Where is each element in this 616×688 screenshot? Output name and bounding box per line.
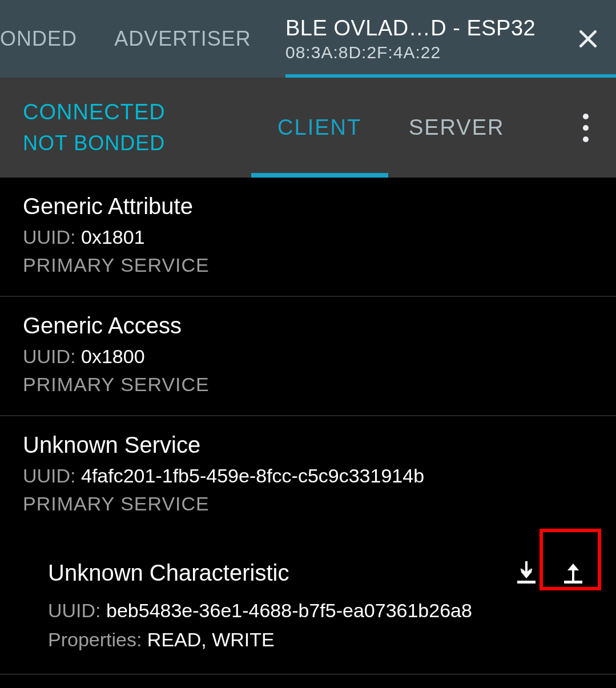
service-uuid-line: UUID: 0x1801 [23, 226, 593, 248]
service-uuid: 0x1800 [81, 345, 145, 367]
svg-rect-3 [517, 581, 536, 584]
tab-client[interactable]: CLIENT [251, 78, 388, 178]
close-device-tab-button[interactable] [577, 28, 599, 50]
more-options-button[interactable] [583, 114, 589, 142]
service-type: PRIMARY SERVICE [23, 373, 593, 396]
gatt-service-list: Generic Attribute UUID: 0x1801 PRIMARY S… [0, 178, 616, 675]
service-name: Generic Access [23, 313, 593, 339]
tab-advertiser[interactable]: ADVERTISER [80, 0, 285, 78]
tab-bonded-label: BONDED [0, 27, 77, 51]
write-characteristic-button[interactable] [553, 553, 593, 593]
more-vertical-icon [583, 114, 589, 119]
upload-icon [559, 559, 587, 586]
device-mac: 08:3A:8D:2F:4A:22 [285, 43, 536, 62]
characteristic-properties-line: Properties: READ, WRITE [48, 629, 593, 651]
service-type: PRIMARY SERVICE [23, 493, 593, 515]
service-name: Unknown Service [23, 432, 593, 458]
connection-state-label: CONNECTED [23, 100, 166, 124]
characteristic-name: Unknown Characteristic [48, 560, 289, 586]
service-uuid-line: UUID: 4fafc201-1fb5-459e-8fcc-c5c9c33191… [23, 465, 593, 487]
characteristic-properties: READ, WRITE [147, 629, 275, 650]
service-uuid: 4fafc201-1fb5-459e-8fcc-c5c9c331914b [81, 465, 424, 486]
characteristic-uuid-line: UUID: beb5483e-36e1-4688-b7f5-ea07361b26… [48, 600, 593, 622]
download-icon [513, 559, 540, 586]
characteristic-item[interactable]: Unknown Characteristic [0, 534, 616, 675]
tab-bonded[interactable]: BONDED [0, 0, 80, 78]
uuid-label: UUID: [23, 345, 81, 367]
service-item[interactable]: Generic Access UUID: 0x1800 PRIMARY SERV… [0, 297, 616, 416]
service-uuid-line: UUID: 0x1800 [23, 345, 593, 368]
tab-client-label: CLIENT [277, 115, 361, 140]
tab-server[interactable]: SERVER [388, 78, 525, 178]
service-type: PRIMARY SERVICE [23, 254, 593, 276]
tab-server-label: SERVER [409, 115, 505, 140]
tab-advertiser-label: ADVERTISER [114, 27, 251, 51]
device-name: BLE OVLAD…D - ESP32 [285, 16, 536, 41]
uuid-label: UUID: [23, 226, 81, 248]
close-icon [577, 28, 599, 50]
tab-device[interactable]: BLE OVLAD…D - ESP32 08:3A:8D:2F:4A:22 [285, 0, 616, 78]
bond-state-label: NOT BONDED [23, 131, 166, 155]
connection-status-bar: CONNECTED NOT BONDED CLIENT SERVER [0, 78, 616, 178]
service-item[interactable]: Unknown Service UUID: 4fafc201-1fb5-459e… [0, 416, 616, 534]
uuid-label: UUID: [48, 600, 106, 621]
characteristic-uuid: beb5483e-36e1-4688-b7f5-ea07361b26a8 [106, 600, 472, 621]
svg-rect-4 [564, 581, 582, 584]
read-characteristic-button[interactable] [506, 553, 546, 593]
top-tab-bar: BONDED ADVERTISER BLE OVLAD…D - ESP32 08… [0, 0, 616, 78]
client-server-tabs: CLIENT SERVER [251, 78, 525, 178]
uuid-label: UUID: [23, 465, 81, 486]
connection-status[interactable]: CONNECTED NOT BONDED [23, 100, 166, 155]
service-name: Generic Attribute [23, 194, 593, 219]
properties-label: Properties: [48, 629, 147, 650]
service-item[interactable]: Generic Attribute UUID: 0x1801 PRIMARY S… [0, 178, 616, 297]
service-uuid: 0x1801 [81, 226, 145, 248]
